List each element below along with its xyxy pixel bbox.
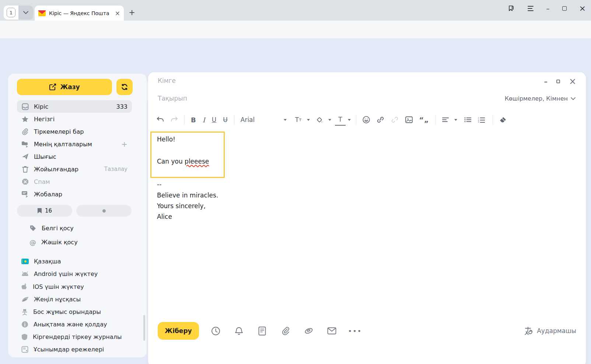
sidebar-item-drafts[interactable]: Жобалар — [17, 188, 132, 200]
send-icon — [22, 153, 29, 160]
compose-bottom-bar: Жіберу ••• Аудармашы — [148, 320, 586, 342]
sidebar-item-attachments[interactable]: Тіркемелері бар — [17, 125, 132, 138]
sidebar-item-language[interactable]: Қазақша — [17, 255, 139, 267]
footer-label: Кіргендерді тіркеу журналы — [33, 333, 122, 340]
bookmarks-filter-pill[interactable]: 16 — [17, 205, 72, 217]
attach-file-button[interactable] — [274, 326, 297, 335]
bold-button[interactable]: B — [188, 114, 199, 126]
kazakh-flag-icon — [21, 259, 29, 264]
add-folder-icon[interactable]: + — [121, 140, 127, 148]
numbered-list-button[interactable]: 123 — [475, 114, 488, 126]
italic-button[interactable]: I — [199, 114, 209, 126]
mail-header: Я 360 Іздестіру Пошта — [0, 38, 591, 68]
compose-restore-icon[interactable] — [556, 80, 560, 83]
compose-button[interactable]: Жазу — [17, 79, 112, 95]
window-minimize-icon[interactable]: – — [546, 4, 550, 12]
cc-from-toggle[interactable]: Көшірмелер, Кімнен — [505, 95, 576, 102]
highlight-color-button[interactable] — [313, 114, 326, 126]
misspelled-word[interactable]: pleeese — [185, 158, 209, 165]
highlight-color-caret[interactable] — [328, 119, 331, 121]
align-button[interactable] — [439, 114, 452, 126]
tab-counter-control[interactable]: 1 — [4, 6, 33, 20]
underline-button[interactable]: U — [209, 114, 220, 126]
bookmarks-count: 16 — [45, 207, 52, 214]
footer-label: Android үшін жүктеу — [34, 270, 98, 277]
text-color-caret[interactable] — [348, 119, 351, 121]
browser-tab[interactable]: Кіріс — Яндекс Пошта × — [35, 6, 124, 21]
folder-label: Шығыс — [34, 153, 127, 160]
bookmarks-panel-icon[interactable] — [507, 5, 515, 12]
compose-close-icon[interactable]: × — [569, 78, 576, 85]
tab-close-icon[interactable]: × — [115, 10, 120, 17]
refresh-button[interactable] — [116, 79, 133, 95]
template-button[interactable] — [251, 326, 274, 336]
dot-filter-pill[interactable] — [76, 205, 132, 217]
sidebar-item-inbox[interactable]: Кіріс 333 — [17, 100, 132, 113]
sidebar-item-my-folders[interactable]: Менің қалталарым + — [17, 138, 132, 150]
sidebar-item-trash[interactable]: Жойылғандар Тазалау — [17, 163, 132, 175]
refresh-icon — [121, 83, 128, 91]
more-actions-button[interactable]: ••• — [343, 327, 367, 335]
eraser-button[interactable] — [496, 114, 510, 126]
align-caret[interactable] — [454, 119, 457, 121]
remove-link-button[interactable] — [388, 114, 402, 126]
sidebar-item-sent[interactable]: Шығыс — [17, 150, 132, 163]
attach-from-mail-button[interactable] — [320, 327, 343, 335]
compose-window: Кімге – × Тақырып Көшірмелер, Кімнен B I… — [148, 72, 586, 364]
tag-icon — [29, 225, 36, 232]
emoji-button[interactable] — [359, 114, 373, 126]
browser-menu-icon[interactable] — [527, 6, 534, 11]
tab-counter[interactable]: 1 — [4, 6, 18, 20]
spam-icon — [22, 178, 29, 185]
insert-image-button[interactable] — [402, 114, 416, 126]
sidebar-item-android[interactable]: Android үшін жүктеу — [17, 267, 139, 280]
tab-list-dropdown[interactable] — [18, 6, 33, 20]
sidebar-scrollbar[interactable] — [143, 315, 145, 341]
font-family-select[interactable]: Arial — [237, 114, 281, 126]
add-mailbox-item[interactable]: @ Жәшік қосу — [29, 236, 133, 248]
subject-field[interactable]: Тақырып — [158, 95, 187, 102]
undo-button[interactable] — [153, 114, 167, 126]
font-family-caret[interactable] — [284, 119, 287, 121]
clear-trash-link[interactable]: Тазалау — [104, 166, 127, 172]
font-size-caret[interactable] — [307, 119, 310, 121]
sidebar-item-recommendations[interactable]: Ұсынымдар ережелері — [17, 343, 139, 356]
bookmark-tab-icon — [37, 208, 42, 214]
insert-link-button[interactable] — [373, 114, 388, 126]
sidebar-item-login-journal[interactable]: Кіргендерді тіркеу журналы — [17, 330, 139, 343]
footer-label: Бос жұмыс орындары — [33, 308, 101, 315]
signature-line-2: Yours sincerely, — [157, 202, 206, 210]
new-tab-button[interactable]: + — [127, 7, 137, 18]
document-icon — [21, 346, 28, 353]
chevron-down-icon — [571, 97, 576, 100]
add-label-item[interactable]: Белгі қосу — [29, 222, 133, 234]
sidebar-item-vacancies[interactable]: Бос жұмыс орындары — [17, 305, 139, 318]
bullet-list-button[interactable] — [461, 114, 475, 126]
window-maximize-icon[interactable] — [562, 6, 567, 11]
trash-icon — [22, 166, 28, 173]
sidebar-item-important[interactable]: Негізгі — [17, 113, 132, 125]
compose-minimize-icon[interactable]: – — [544, 77, 548, 85]
attach-from-disk-button[interactable] — [297, 327, 320, 335]
window-close-icon[interactable]: × — [579, 4, 586, 13]
body-line-1[interactable]: Hello! — [157, 136, 175, 143]
to-field[interactable]: Кімге — [158, 77, 176, 84]
body-line-2[interactable]: Can you pleeese — [157, 158, 209, 165]
sidebar-item-help[interactable]: Анықтама және қолдау — [17, 318, 139, 330]
chevron-down-icon — [23, 11, 28, 14]
translator-label: Аудармашы — [537, 327, 576, 335]
sidebar-item-light-version[interactable]: Жеңіл нұсқасы — [17, 293, 139, 305]
redo-button[interactable] — [167, 114, 181, 126]
reminder-button[interactable] — [227, 326, 251, 336]
translator-button[interactable]: Аудармашы — [524, 326, 576, 335]
text-color-button[interactable]: T — [335, 114, 345, 126]
sidebar-item-ios[interactable]: IOS үшін жүктеу — [17, 280, 139, 293]
signature-line-1: Believe in miracles. — [157, 192, 218, 199]
schedule-send-button[interactable] — [204, 326, 227, 336]
send-button[interactable]: Жіберу — [158, 322, 199, 340]
sidebar-item-spam[interactable]: Спам — [17, 175, 132, 188]
quote-button[interactable]: “„ — [416, 114, 433, 126]
footer-label: Ұсынымдар ережелері — [34, 346, 104, 353]
strikethrough-button[interactable]: U — [220, 114, 231, 126]
font-size-select[interactable]: Tт — [292, 114, 305, 126]
